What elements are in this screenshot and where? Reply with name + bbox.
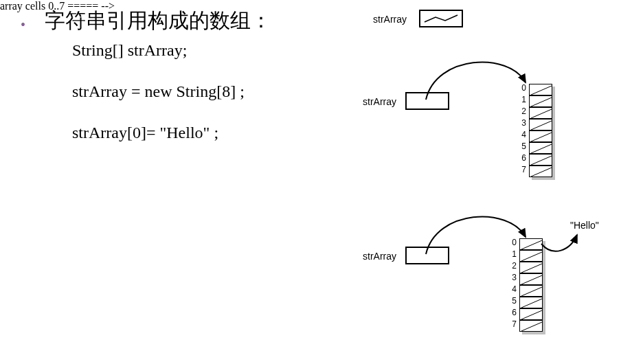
diagram2-cell-4 [529, 130, 552, 142]
diagram2-label: strArray [363, 96, 396, 107]
diagram1-box [419, 10, 463, 27]
diagram2-cell-2 [529, 107, 552, 119]
svg-line-4 [531, 133, 552, 141]
diagram2-idx-1: 1 [518, 95, 526, 104]
diagram3-idx-4: 4 [508, 284, 517, 294]
diagram3-cell-2 [519, 262, 543, 273]
svg-line-11 [521, 275, 542, 284]
svg-line-3 [531, 121, 552, 130]
diagram3-idx-7: 7 [508, 319, 517, 329]
svg-line-0 [531, 86, 552, 95]
diagram3-idx-2: 2 [508, 261, 517, 271]
diagram3-label: strArray [363, 251, 396, 262]
diagram3-hello-text: "Hello" [570, 220, 599, 231]
slide-heading: 字符串引用构成的数组： [45, 7, 271, 35]
svg-line-5 [531, 144, 552, 153]
svg-line-2 [531, 109, 552, 118]
diagram3-cell-5 [519, 297, 543, 308]
diagram2-idx-6: 6 [518, 153, 526, 163]
bullet-dot: • [21, 17, 25, 33]
diagram2-cell-1 [529, 95, 552, 107]
diagram2-idx-0: 0 [518, 83, 526, 93]
svg-line-10 [521, 264, 542, 273]
diagram2-cell-7 [529, 166, 552, 177]
diagram2-idx-4: 4 [518, 130, 526, 139]
svg-line-13 [521, 299, 542, 308]
diagram2-idx-2: 2 [518, 106, 526, 116]
diagram3-cell-4 [519, 285, 543, 297]
diagram2-cell-5 [529, 142, 552, 154]
diagram1-box-squiggle [420, 11, 462, 26]
svg-line-6 [531, 156, 552, 165]
code-line-3: strArray[0]= "Hello" ; [72, 124, 218, 142]
diagram2-idx-7: 7 [518, 165, 526, 174]
diagram3-idx-3: 3 [508, 273, 517, 282]
diagram2-cell-6 [529, 154, 552, 166]
svg-line-14 [521, 310, 542, 319]
diagram3-hello-arrow [539, 227, 601, 261]
diagram3-idx-0: 0 [508, 238, 517, 247]
svg-line-7 [531, 168, 552, 177]
diagram2-idx-3: 3 [518, 118, 526, 128]
svg-line-15 [521, 322, 542, 331]
diagram3-cell-3 [519, 273, 543, 285]
diagram3-idx-6: 6 [508, 308, 517, 317]
code-line-1: String[] strArray; [72, 41, 187, 60]
diagram3-cell-7 [519, 320, 543, 332]
code-line-2: strArray = new String[8] ; [72, 82, 245, 101]
diagram3-idx-5: 5 [508, 296, 517, 306]
diagram2-idx-5: 5 [518, 141, 526, 151]
svg-line-12 [521, 287, 542, 296]
svg-line-1 [531, 98, 552, 106]
diagram2-cell-0 [529, 84, 552, 95]
diagram2-cell-3 [529, 119, 552, 130]
diagram3-idx-1: 1 [508, 249, 517, 259]
diagram1-label: strArray [373, 14, 407, 25]
diagram3-cell-6 [519, 308, 543, 320]
